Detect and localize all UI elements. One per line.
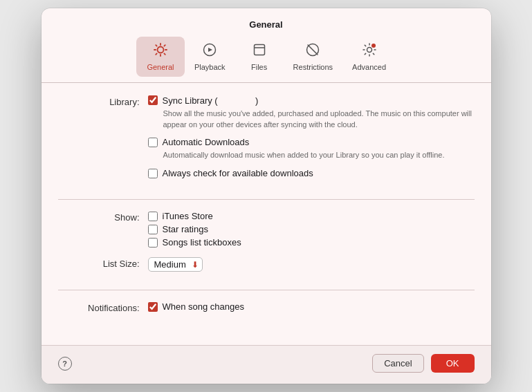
sync-library-label[interactable]: Sync Library ( ) (163, 95, 259, 106)
library-section: Library: Sync Library ( ) Show all the m… (58, 95, 475, 200)
itunes-store-label[interactable]: iTunes Store (163, 211, 213, 221)
when-song-changes-checkbox[interactable] (148, 302, 158, 312)
notifications-row: Notifications: When song changes (58, 301, 475, 315)
library-content: Sync Library ( ) Show all the music you'… (148, 95, 475, 182)
when-song-changes-label[interactable]: When song changes (163, 301, 245, 312)
when-song-changes-row: When song changes (148, 301, 475, 312)
svg-point-8 (372, 44, 376, 48)
svg-point-7 (367, 47, 372, 52)
show-section: Show: iTunes Store Star ratings Songs li… (58, 211, 475, 290)
always-check-row: Always check for available downloads (148, 168, 475, 178)
restrictions-icon (305, 42, 320, 61)
dialog-title: General (42, 8, 491, 30)
songs-list-row: Songs list tickboxes (148, 237, 475, 248)
content-area: Library: Sync Library ( ) Show all the m… (42, 83, 491, 346)
sync-library-row: Sync Library ( ) (148, 95, 475, 106)
star-ratings-label[interactable]: Star ratings (163, 224, 208, 234)
notifications-section: Notifications: When song changes (58, 301, 475, 333)
show-label: Show: (58, 211, 148, 223)
sync-library-blurred (218, 95, 255, 106)
tab-restrictions-label: Restrictions (293, 63, 333, 71)
songs-list-checkbox[interactable] (148, 238, 158, 248)
library-label: Library: (58, 95, 148, 107)
show-row: Show: iTunes Store Star ratings Songs li… (58, 211, 475, 250)
auto-downloads-label[interactable]: Automatic Downloads (163, 137, 250, 147)
ok-button[interactable]: OK (431, 354, 475, 373)
tab-advanced[interactable]: Advanced (342, 37, 396, 77)
notifications-content: When song changes (148, 301, 475, 315)
tab-playback-label: Playback (194, 63, 226, 71)
svg-line-6 (308, 45, 318, 55)
tab-playback[interactable]: Playback (185, 37, 235, 77)
general-dialog: General General Playback (42, 8, 491, 384)
tab-general-label: General (147, 63, 174, 71)
always-check-checkbox[interactable] (148, 169, 158, 178)
itunes-store-checkbox[interactable] (148, 212, 158, 221)
files-icon (252, 42, 267, 61)
tab-advanced-label: Advanced (352, 63, 386, 71)
tab-general[interactable]: General (136, 37, 185, 77)
list-size-row: List Size: Small Medium Large ⬇ (58, 257, 475, 272)
sync-library-description: Show all the music you've added, purchas… (148, 109, 475, 131)
list-size-select[interactable]: Small Medium Large (148, 257, 203, 272)
help-button[interactable]: ? (58, 357, 72, 371)
dialog-footer: ? Cancel OK (42, 345, 491, 384)
list-size-content: Small Medium Large ⬇ (148, 257, 475, 272)
show-content: iTunes Store Star ratings Songs list tic… (148, 211, 475, 250)
auto-downloads-row: Automatic Downloads (148, 137, 475, 147)
always-check-label[interactable]: Always check for available downloads (163, 168, 313, 178)
star-ratings-row: Star ratings (148, 224, 475, 234)
svg-marker-2 (208, 48, 212, 52)
playback-icon (202, 42, 217, 61)
advanced-icon (362, 42, 377, 61)
tab-files[interactable]: Files (235, 37, 284, 77)
star-ratings-checkbox[interactable] (148, 225, 158, 234)
list-size-label: List Size: (58, 257, 148, 269)
cancel-button[interactable]: Cancel (372, 354, 423, 373)
svg-point-0 (157, 46, 163, 53)
footer-buttons: Cancel OK (372, 354, 474, 373)
list-size-select-wrapper: Small Medium Large ⬇ (148, 257, 203, 272)
auto-downloads-description: Automatically download music when added … (148, 150, 475, 161)
tab-bar: General Playback Files (42, 30, 491, 77)
notifications-label: Notifications: (58, 301, 148, 313)
sync-library-checkbox[interactable] (148, 95, 158, 105)
general-icon (153, 42, 168, 61)
tab-restrictions[interactable]: Restrictions (284, 37, 342, 77)
svg-rect-3 (254, 44, 264, 55)
tab-files-label: Files (251, 63, 267, 71)
auto-downloads-checkbox[interactable] (148, 138, 158, 147)
itunes-store-row: iTunes Store (148, 211, 475, 221)
library-row: Library: Sync Library ( ) Show all the m… (58, 95, 475, 182)
songs-list-label[interactable]: Songs list tickboxes (163, 237, 241, 248)
